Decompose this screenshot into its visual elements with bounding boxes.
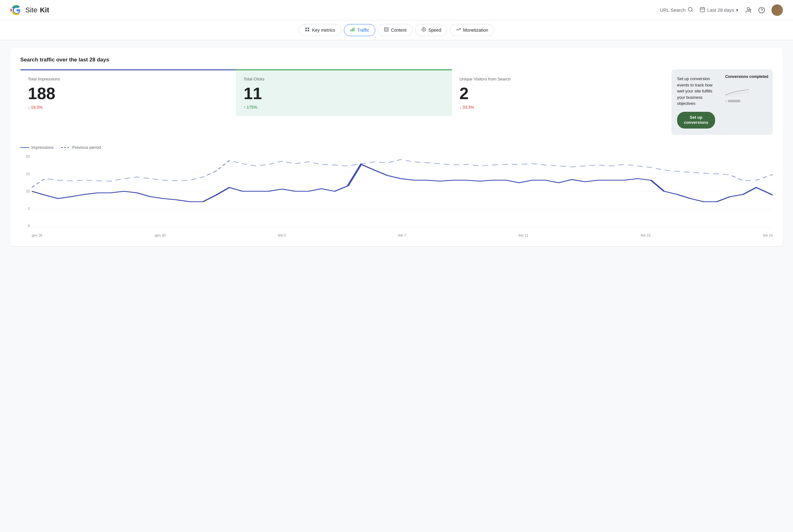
url-search-button[interactable]: URL Search <box>660 7 693 13</box>
x-label-feb11: feb 11 <box>519 233 529 237</box>
impressions-label: Total Impressions <box>28 77 228 81</box>
legend-previous: Previous period <box>61 145 101 150</box>
impressions-change: ↓ 19,3% <box>28 105 228 110</box>
clicks-label: Total Clicks <box>244 77 444 81</box>
chart-x-axis: gen 26 gen 30 feb 3 feb 7 feb 11 feb 15 … <box>32 230 773 237</box>
tab-speed-label: Speed <box>429 27 441 33</box>
tab-content[interactable]: Content <box>378 24 413 36</box>
metric-clicks[interactable]: Total Clicks 11 ↑ 175% <box>236 69 452 116</box>
date-range-label: Last 28 days <box>707 7 734 13</box>
metrics-row: Total Impressions 188 ↓ 19,3% Total Clic… <box>20 69 773 135</box>
impressions-value: 188 <box>28 85 228 102</box>
impressions-change-value: 19,3% <box>31 105 43 110</box>
main-content: Search traffic over the last 28 days Tot… <box>0 40 793 254</box>
help-icon[interactable] <box>758 7 765 14</box>
svg-rect-18 <box>384 27 388 31</box>
visitors-arrow: ↓ <box>459 105 462 110</box>
url-search-label: URL Search <box>660 7 686 13</box>
clicks-arrow: ↑ <box>244 105 246 110</box>
clicks-change-value: 175% <box>247 105 257 110</box>
previous-legend-label: Previous period <box>72 145 101 150</box>
svg-rect-14 <box>308 30 309 31</box>
x-label-feb15: feb 15 <box>641 233 650 237</box>
add-user-button[interactable] <box>745 7 752 14</box>
conversion-setup: Set up conversion events to track how we… <box>672 69 721 135</box>
tab-traffic[interactable]: Traffic <box>344 24 375 36</box>
x-label-feb7: feb 7 <box>398 233 406 237</box>
chart-svg <box>32 155 773 228</box>
tab-speed[interactable]: Speed <box>415 24 447 36</box>
conversions-panel: Set up conversion events to track how we… <box>672 69 773 135</box>
x-label-feb3: feb 3 <box>278 233 286 237</box>
user-avatar[interactable] <box>772 4 783 16</box>
google-g-icon <box>10 4 23 17</box>
chevron-down-icon: ▾ <box>736 7 738 13</box>
chart-legend: Impressions Previous period <box>20 145 773 150</box>
conversion-setup-text: Set up conversion events to track how we… <box>677 76 715 107</box>
header-actions: URL Search Last 28 days ▾ <box>660 4 783 16</box>
clicks-change: ↑ 175% <box>244 105 444 110</box>
tab-key-metrics-label: Key metrics <box>312 27 335 33</box>
x-label-feb19: feb 19 <box>763 233 773 237</box>
chart-y-axis: 20 15 10 5 0 <box>20 155 32 228</box>
impressions-legend-label: Impressions <box>31 145 54 150</box>
x-label-gen26: gen 26 <box>32 233 42 237</box>
conversions-completed-title: Conversions completed <box>725 74 768 79</box>
key-metrics-icon <box>305 27 310 33</box>
y-label-15: 15 <box>26 172 30 176</box>
y-label-20: 20 <box>26 155 30 158</box>
visitors-label: Unique Visitors from Search <box>459 77 660 81</box>
traffic-icon <box>350 27 355 33</box>
app-logo: SiteKit <box>10 4 49 17</box>
tab-key-metrics[interactable]: Key metrics <box>299 24 341 36</box>
tab-monetization-label: Monetization <box>463 27 488 33</box>
navigation-tabs: Key metrics Traffic Content Speed <box>0 20 793 40</box>
speed-icon <box>421 27 426 33</box>
chart-container: 20 15 10 5 0 <box>20 155 773 237</box>
traffic-card: Search traffic over the last 28 days Tot… <box>10 48 783 246</box>
logo-kit-text: Kit <box>40 6 49 14</box>
svg-rect-2 <box>700 7 705 12</box>
svg-line-1 <box>691 11 692 12</box>
impressions-legend-line <box>20 147 29 148</box>
svg-rect-16 <box>352 28 353 31</box>
chart-section: Impressions Previous period 20 15 10 5 0 <box>20 145 773 237</box>
calendar-icon <box>700 7 705 13</box>
conversions-trend: ↑ <box>725 99 768 103</box>
tab-monetization[interactable]: Monetization <box>450 24 494 36</box>
tab-traffic-label: Traffic <box>357 27 369 33</box>
section-title: Search traffic over the last 28 days <box>20 57 773 63</box>
y-label-10: 10 <box>26 190 30 193</box>
conversions-sparkline <box>725 84 751 97</box>
impressions-arrow: ↓ <box>28 105 30 110</box>
content-icon <box>384 27 389 33</box>
svg-point-0 <box>688 7 692 11</box>
svg-point-6 <box>747 7 749 10</box>
chart-plot <box>32 155 773 228</box>
svg-rect-13 <box>305 30 307 31</box>
visitors-value: 2 <box>459 85 660 102</box>
logo-site-text: Site <box>25 6 37 14</box>
x-label-gen30: gen 30 <box>155 233 166 237</box>
svg-rect-12 <box>308 27 309 29</box>
app-header: SiteKit URL Search Last 28 days ▾ <box>0 0 793 20</box>
svg-rect-11 <box>305 27 307 29</box>
metric-visitors[interactable]: Unique Visitors from Search 2 ↓ 33,3% <box>452 69 667 116</box>
clicks-value: 11 <box>244 85 444 102</box>
monetization-icon <box>456 27 461 33</box>
conv-up-arrow: ↑ <box>725 99 727 103</box>
previous-legend-line <box>61 147 70 148</box>
y-label-0: 0 <box>28 224 30 228</box>
visitors-change-value: 33,3% <box>462 105 474 110</box>
y-label-5: 5 <box>28 207 30 211</box>
visitors-change: ↓ 33,3% <box>459 105 660 110</box>
metric-impressions[interactable]: Total Impressions 188 ↓ 19,3% <box>20 69 236 116</box>
svg-rect-15 <box>351 30 352 31</box>
conversions-completed: Conversions completed ↑ <box>721 69 773 135</box>
svg-point-22 <box>423 29 424 30</box>
svg-rect-17 <box>354 27 354 31</box>
date-range-picker[interactable]: Last 28 days ▾ <box>700 7 738 13</box>
setup-conversions-button[interactable]: Set up conversions <box>677 112 715 129</box>
tab-content-label: Content <box>391 27 407 33</box>
conv-bar <box>728 100 740 102</box>
